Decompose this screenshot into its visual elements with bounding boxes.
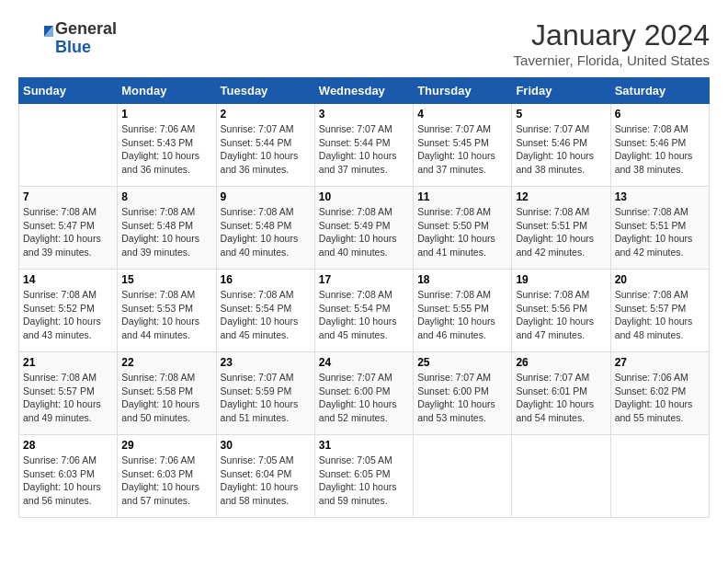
logo-general-text: General (55, 20, 117, 39)
logo-blue-text: Blue (55, 39, 117, 57)
header-wednesday: Wednesday (314, 78, 413, 104)
day-info: Sunrise: 7:07 AMSunset: 5:59 PMDaylight:… (221, 371, 311, 425)
calendar-cell: 17Sunrise: 7:08 AMSunset: 5:54 PMDayligh… (314, 270, 413, 352)
day-info: Sunrise: 7:07 AMSunset: 5:46 PMDaylight:… (516, 122, 606, 177)
day-number: 14 (23, 273, 113, 286)
day-info: Sunrise: 7:08 AMSunset: 5:57 PMDaylight:… (23, 371, 113, 425)
day-number: 4 (417, 108, 507, 121)
day-info: Sunrise: 7:08 AMSunset: 5:48 PMDaylight:… (121, 205, 211, 259)
calendar-cell: 12Sunrise: 7:08 AMSunset: 5:51 PMDayligh… (512, 187, 610, 270)
day-info: Sunrise: 7:08 AMSunset: 5:56 PMDaylight:… (516, 288, 606, 342)
header-monday: Monday (118, 78, 216, 104)
calendar-cell: 27Sunrise: 7:06 AMSunset: 6:02 PMDayligh… (610, 352, 709, 435)
page-header: General Blue January 2024 Tavernier, Flo… (18, 18, 710, 68)
day-info: Sunrise: 7:08 AMSunset: 5:53 PMDaylight:… (121, 288, 211, 342)
day-info: Sunrise: 7:08 AMSunset: 5:54 PMDaylight:… (221, 288, 311, 342)
day-number: 22 (121, 356, 211, 369)
calendar-cell: 1Sunrise: 7:06 AMSunset: 5:43 PMDaylight… (118, 104, 216, 187)
day-info: Sunrise: 7:06 AMSunset: 6:03 PMDaylight:… (23, 454, 113, 508)
day-number: 7 (23, 190, 113, 203)
calendar-cell: 9Sunrise: 7:08 AMSunset: 5:48 PMDaylight… (216, 187, 314, 270)
day-number: 16 (221, 273, 311, 286)
calendar-cell: 30Sunrise: 7:05 AMSunset: 6:04 PMDayligh… (216, 435, 314, 518)
calendar-cell: 28Sunrise: 7:06 AMSunset: 6:03 PMDayligh… (19, 435, 118, 518)
calendar-week-row: 7Sunrise: 7:08 AMSunset: 5:47 PMDaylight… (19, 187, 710, 270)
calendar-cell: 16Sunrise: 7:08 AMSunset: 5:54 PMDayligh… (216, 270, 314, 352)
day-info: Sunrise: 7:08 AMSunset: 5:48 PMDaylight:… (221, 205, 311, 259)
calendar-cell: 15Sunrise: 7:08 AMSunset: 5:53 PMDayligh… (118, 270, 216, 352)
day-number: 20 (615, 273, 705, 286)
header-saturday: Saturday (610, 78, 709, 104)
logo: General Blue (18, 18, 117, 59)
calendar-cell: 7Sunrise: 7:08 AMSunset: 5:47 PMDaylight… (19, 187, 118, 270)
day-number: 25 (417, 356, 507, 369)
day-info: Sunrise: 7:08 AMSunset: 5:52 PMDaylight:… (23, 288, 113, 342)
day-info: Sunrise: 7:06 AMSunset: 6:02 PMDaylight:… (615, 371, 705, 425)
calendar-week-row: 14Sunrise: 7:08 AMSunset: 5:52 PMDayligh… (19, 270, 710, 352)
day-number: 9 (221, 190, 311, 203)
calendar-cell: 29Sunrise: 7:06 AMSunset: 6:03 PMDayligh… (118, 435, 216, 518)
calendar-cell: 22Sunrise: 7:08 AMSunset: 5:58 PMDayligh… (118, 352, 216, 435)
calendar-cell (512, 435, 610, 518)
header-thursday: Thursday (414, 78, 512, 104)
day-number: 13 (615, 190, 705, 203)
calendar-week-row: 21Sunrise: 7:08 AMSunset: 5:57 PMDayligh… (19, 352, 710, 435)
calendar-cell: 5Sunrise: 7:07 AMSunset: 5:46 PMDaylight… (512, 104, 610, 187)
calendar-cell (414, 435, 512, 518)
day-number: 30 (221, 439, 311, 452)
calendar-cell: 24Sunrise: 7:07 AMSunset: 6:00 PMDayligh… (314, 352, 413, 435)
calendar-cell: 10Sunrise: 7:08 AMSunset: 5:49 PMDayligh… (314, 187, 413, 270)
day-number: 12 (516, 190, 606, 203)
day-info: Sunrise: 7:08 AMSunset: 5:54 PMDaylight:… (319, 288, 409, 342)
day-number: 27 (615, 356, 705, 369)
day-number: 8 (121, 190, 211, 203)
calendar-cell: 14Sunrise: 7:08 AMSunset: 5:52 PMDayligh… (19, 270, 118, 352)
day-info: Sunrise: 7:08 AMSunset: 5:50 PMDaylight:… (417, 205, 507, 259)
calendar-cell: 2Sunrise: 7:07 AMSunset: 5:44 PMDaylight… (216, 104, 314, 187)
day-info: Sunrise: 7:08 AMSunset: 5:51 PMDaylight:… (516, 205, 606, 259)
calendar-header-row: SundayMondayTuesdayWednesdayThursdayFrid… (19, 78, 710, 104)
calendar-cell: 26Sunrise: 7:07 AMSunset: 6:01 PMDayligh… (512, 352, 610, 435)
calendar-cell (19, 104, 118, 187)
calendar-cell: 25Sunrise: 7:07 AMSunset: 6:00 PMDayligh… (414, 352, 512, 435)
day-info: Sunrise: 7:08 AMSunset: 5:55 PMDaylight:… (417, 288, 507, 342)
calendar-cell: 21Sunrise: 7:08 AMSunset: 5:57 PMDayligh… (19, 352, 118, 435)
calendar-cell: 11Sunrise: 7:08 AMSunset: 5:50 PMDayligh… (414, 187, 512, 270)
calendar-table: SundayMondayTuesdayWednesdayThursdayFrid… (18, 77, 710, 518)
day-number: 23 (221, 356, 311, 369)
day-number: 24 (319, 356, 409, 369)
day-number: 15 (121, 273, 211, 286)
calendar-week-row: 1Sunrise: 7:06 AMSunset: 5:43 PMDaylight… (19, 104, 710, 187)
day-info: Sunrise: 7:07 AMSunset: 5:44 PMDaylight:… (221, 122, 311, 177)
day-info: Sunrise: 7:08 AMSunset: 5:47 PMDaylight:… (23, 205, 113, 259)
header-tuesday: Tuesday (216, 78, 314, 104)
calendar-cell: 8Sunrise: 7:08 AMSunset: 5:48 PMDaylight… (118, 187, 216, 270)
day-number: 26 (516, 356, 606, 369)
page-subtitle: Tavernier, Florida, United States (514, 52, 710, 68)
calendar-week-row: 28Sunrise: 7:06 AMSunset: 6:03 PMDayligh… (19, 435, 710, 518)
day-info: Sunrise: 7:07 AMSunset: 5:44 PMDaylight:… (319, 122, 409, 177)
page-title: January 2024 (514, 18, 710, 52)
day-info: Sunrise: 7:06 AMSunset: 5:43 PMDaylight:… (121, 122, 211, 177)
day-info: Sunrise: 7:07 AMSunset: 6:01 PMDaylight:… (516, 371, 606, 425)
day-number: 19 (516, 273, 606, 286)
day-number: 21 (23, 356, 113, 369)
day-info: Sunrise: 7:07 AMSunset: 6:00 PMDaylight:… (319, 371, 409, 425)
day-number: 11 (417, 190, 507, 203)
calendar-cell: 31Sunrise: 7:05 AMSunset: 6:05 PMDayligh… (314, 435, 413, 518)
day-info: Sunrise: 7:05 AMSunset: 6:04 PMDaylight:… (221, 454, 311, 508)
day-number: 6 (615, 108, 705, 121)
day-number: 28 (23, 439, 113, 452)
calendar-cell: 23Sunrise: 7:07 AMSunset: 5:59 PMDayligh… (216, 352, 314, 435)
title-block: January 2024 Tavernier, Florida, United … (514, 18, 710, 68)
header-friday: Friday (512, 78, 610, 104)
header-sunday: Sunday (19, 78, 118, 104)
calendar-cell: 20Sunrise: 7:08 AMSunset: 5:57 PMDayligh… (610, 270, 709, 352)
day-number: 2 (221, 108, 311, 121)
calendar-cell: 4Sunrise: 7:07 AMSunset: 5:45 PMDaylight… (414, 104, 512, 187)
day-info: Sunrise: 7:08 AMSunset: 5:46 PMDaylight:… (615, 122, 705, 177)
day-number: 31 (319, 439, 409, 452)
day-number: 1 (121, 108, 211, 121)
calendar-cell: 18Sunrise: 7:08 AMSunset: 5:55 PMDayligh… (414, 270, 512, 352)
day-number: 5 (516, 108, 606, 121)
